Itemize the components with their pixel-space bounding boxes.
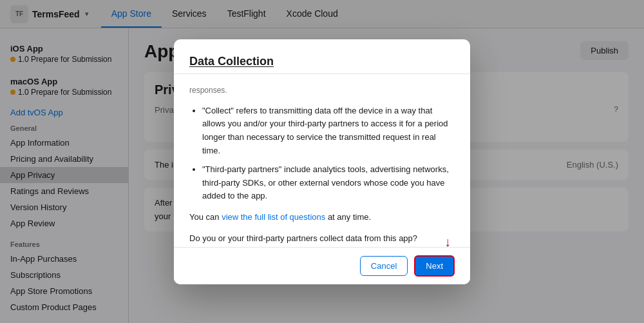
link-post-text: at any time. xyxy=(325,212,371,222)
modal-bullet-list: "Collect" refers to transmitting data of… xyxy=(202,104,455,204)
modal-title: Data Collection xyxy=(189,55,455,68)
modal-body: responses. "Collect" refers to transmitt… xyxy=(174,74,470,247)
modal-bullet-1: "Collect" refers to transmitting data of… xyxy=(202,104,455,158)
modal-intro-text: responses. xyxy=(189,84,455,97)
modal-bullet-2: "Third-party partners" include analytics… xyxy=(202,163,455,203)
data-collection-modal: Data Collection responses. "Collect" ref… xyxy=(174,39,470,284)
full-list-link[interactable]: view the full list of questions xyxy=(222,212,325,222)
modal-header: Data Collection xyxy=(174,39,470,74)
next-button-wrapper: ↓ Next xyxy=(414,255,455,277)
modal-backdrop: Data Collection responses. "Collect" ref… xyxy=(0,0,644,323)
modal-link-paragraph: You can view the full list of questions … xyxy=(189,211,455,224)
modal-question: Do you or your third-party partners coll… xyxy=(189,232,455,246)
arrow-indicator: ↓ xyxy=(444,235,451,250)
modal-footer: Cancel ↓ Next xyxy=(174,247,470,284)
cancel-button[interactable]: Cancel xyxy=(360,256,408,276)
link-pre-text: You can xyxy=(189,212,222,222)
next-button[interactable]: Next xyxy=(414,255,455,277)
